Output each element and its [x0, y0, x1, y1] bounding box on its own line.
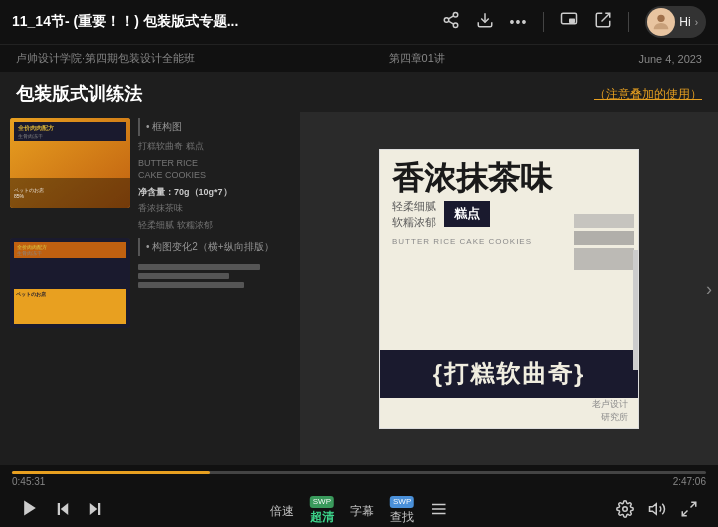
thumbnail-2: 全价肉肉配方 生骨肉冻干 ペットのお店: [10, 238, 130, 328]
page-title-bar: 包装版式训练法 （注意叠加的使用）: [0, 72, 718, 112]
share-icon[interactable]: [442, 11, 460, 33]
svg-marker-18: [650, 503, 657, 514]
svg-marker-9: [24, 501, 36, 516]
controls-right: [616, 500, 698, 523]
panel-row-1: 全价肉肉配方 生骨肉冻干 ペットのお店85% • 框构图 打糕软曲奇 糕点 BU…: [10, 118, 290, 232]
note-link[interactable]: （注意叠加的使用）: [594, 86, 702, 103]
avatar-button[interactable]: Hi ›: [645, 6, 706, 38]
progress-fill: [12, 471, 210, 474]
design-bottom-text: {打糕软曲奇}: [433, 358, 586, 390]
top-bar-icons: ••• Hi ›: [442, 6, 706, 38]
sub-header: 卢帅设计学院·第四期包装设计全能班 第四章01讲 June 4, 2023: [0, 44, 718, 72]
search-label: 查找: [390, 509, 414, 526]
svg-point-2: [453, 23, 458, 28]
svg-marker-10: [61, 503, 69, 515]
flavor-text: 香浓抹茶味: [138, 202, 290, 215]
subtitle-label: 字幕: [350, 503, 374, 520]
page-title: 包装版式训练法: [16, 82, 142, 106]
next-arrow[interactable]: ›: [702, 274, 716, 303]
search-btn[interactable]: SWP 查找: [390, 496, 414, 526]
hi-label: Hi: [679, 15, 690, 29]
chapter-label: 第四章01讲: [389, 51, 445, 66]
texture-text: 轻柔细腻 软糯浓郁: [138, 219, 290, 232]
en-sub-text: BUTTER RICECAKE COOKIES: [138, 157, 290, 182]
cn-title-text: 打糕软曲奇 糕点: [138, 140, 290, 153]
date-label: June 4, 2023: [638, 53, 702, 65]
svg-point-1: [444, 18, 449, 23]
separator2: [628, 12, 629, 32]
more-icon[interactable]: •••: [510, 14, 528, 30]
svg-rect-7: [569, 19, 575, 24]
total-time: 2:47:06: [673, 476, 706, 487]
video-title: 11_14节- (重要！！) 包装版式专题...: [12, 13, 442, 31]
thumbnail-1: 全价肉肉配方 生骨肉冻干 ペットのお店85%: [10, 118, 130, 208]
prev-icon[interactable]: [54, 500, 72, 523]
current-time: 0:45:31: [12, 476, 45, 487]
pip-icon[interactable]: [560, 11, 578, 33]
controls-center: 倍速 SWP 超清 字幕 SWP 查找: [270, 496, 448, 526]
separator: [543, 12, 544, 32]
svg-point-0: [453, 13, 458, 18]
svg-point-17: [623, 506, 628, 511]
time-row: 0:45:31 2:47:06: [12, 476, 706, 487]
speed-label: 倍速: [270, 503, 294, 520]
svg-line-4: [448, 16, 453, 19]
hd-badge: SWP: [310, 496, 334, 508]
cast-icon[interactable]: [594, 11, 612, 33]
design-subtitles: 轻柔细腻 软糯浓郁: [392, 198, 436, 231]
right-panel: 香浓抹茶味 轻柔细腻 软糯浓郁 糕点 BUTTER RICE: [300, 112, 718, 465]
design-title-area: 香浓抹茶味: [380, 150, 638, 194]
chevron-icon: ›: [695, 17, 698, 28]
svg-line-3: [448, 21, 453, 24]
controls-bar: 倍速 SWP 超清 字幕 SWP 查找: [0, 489, 718, 527]
label-tag-2: • 构图变化2（横+纵向排版）: [138, 238, 290, 256]
controls-left: [20, 498, 104, 524]
fullscreen-icon[interactable]: [680, 500, 698, 523]
svg-rect-11: [58, 503, 60, 515]
speed-btn[interactable]: 倍速: [270, 503, 294, 520]
side-decoration: [633, 250, 638, 370]
progress-bar-area: 0:45:31 2:47:06: [0, 465, 718, 489]
avatar: [647, 8, 675, 36]
next-icon[interactable]: [86, 500, 104, 523]
download-icon[interactable]: [476, 11, 494, 33]
hd-btn[interactable]: SWP 超清: [310, 496, 334, 526]
panel-text-2: • 构图变化2（横+纵向排版）: [138, 238, 290, 288]
design-bottom-box: {打糕软曲奇}: [380, 350, 638, 398]
volume-icon[interactable]: [648, 500, 666, 523]
svg-marker-12: [90, 503, 98, 515]
play-icon[interactable]: [20, 498, 40, 524]
content-area: 包装版式训练法 （注意叠加的使用） 全价肉肉配方 生骨肉冻干 ペットのお店8: [0, 72, 718, 465]
weight-text: 净含量：70g（10g*7）: [138, 186, 290, 199]
hd-label: 超清: [310, 509, 334, 526]
list-icon[interactable]: [430, 500, 448, 523]
brand-label: 老卢设计研究所: [592, 398, 628, 423]
svg-rect-13: [98, 503, 100, 515]
settings-icon[interactable]: [616, 500, 634, 523]
panel-text-1: • 框构图 打糕软曲奇 糕点 BUTTER RICECAKE COOKIES 净…: [138, 118, 290, 232]
progress-track[interactable]: [12, 471, 706, 474]
left-panel: 全价肉肉配方 生骨肉冻干 ペットのお店85% • 框构图 打糕软曲奇 糕点 BU…: [0, 112, 300, 465]
search-badge: SWP: [390, 496, 414, 508]
subtitle-btn[interactable]: 字幕: [350, 503, 374, 520]
gray-overlay: [570, 210, 638, 274]
panel-row-2: 全价肉肉配方 生骨肉冻干 ペットのお店 • 构图变化2（横+纵向排版）: [10, 238, 290, 328]
design-preview: 香浓抹茶味 轻柔细腻 软糯浓郁 糕点 BUTTER RICE: [379, 149, 639, 429]
breadcrumb: 卢帅设计学院·第四期包装设计全能班: [16, 51, 195, 66]
label-tag-1: • 框构图: [138, 118, 290, 136]
svg-line-19: [691, 502, 696, 507]
main-title-cn: 香浓抹茶味: [392, 162, 626, 194]
svg-line-20: [682, 510, 687, 515]
top-bar: 11_14节- (重要！！) 包装版式专题... •••: [0, 0, 718, 44]
tag-box: 糕点: [444, 201, 490, 227]
video-area: 全价肉肉配方 生骨肉冻干 ペットのお店85% • 框构图 打糕软曲奇 糕点 BU…: [0, 112, 718, 465]
svg-point-8: [658, 15, 665, 22]
